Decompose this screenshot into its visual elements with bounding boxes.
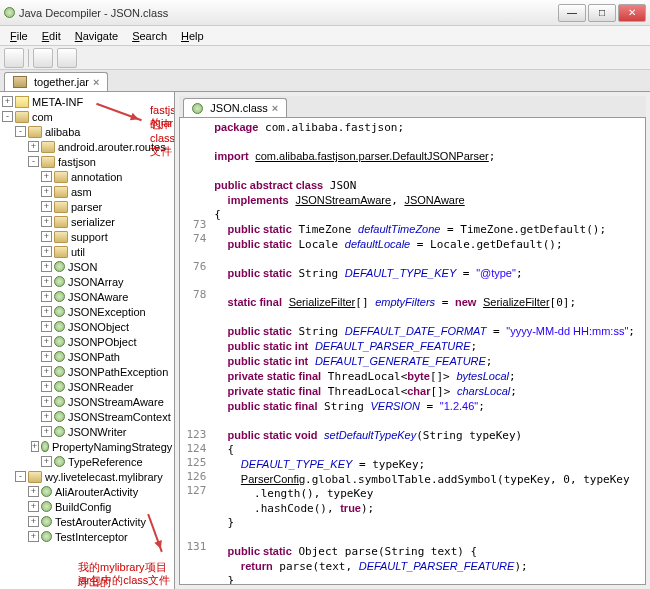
- tree-node[interactable]: +TypeReference: [2, 454, 172, 469]
- tree-node[interactable]: -wy.livetelecast.mylibrary: [2, 469, 172, 484]
- expand-icon[interactable]: +: [41, 381, 52, 392]
- toolbar-back-icon[interactable]: [33, 48, 53, 68]
- tree-node[interactable]: -alibaba: [2, 124, 172, 139]
- tree-node[interactable]: +serializer: [2, 214, 172, 229]
- tree-label: JSON: [68, 261, 97, 273]
- tree-node[interactable]: +JSONStreamAware: [2, 394, 172, 409]
- line-gutter: 73 74 76 78 123 124 125 126 127 131 139 …: [180, 118, 210, 584]
- tree-label: support: [71, 231, 108, 243]
- expand-icon[interactable]: +: [41, 456, 52, 467]
- tree-node[interactable]: +android.arouter.routes: [2, 139, 172, 154]
- class-icon: [54, 321, 65, 332]
- tree-node[interactable]: +JSONWriter: [2, 424, 172, 439]
- toolbar-forward-icon[interactable]: [57, 48, 77, 68]
- expand-icon[interactable]: +: [41, 246, 52, 257]
- menu-edit[interactable]: Edit: [36, 28, 67, 44]
- tree-label: JSONObject: [68, 321, 129, 333]
- expand-icon[interactable]: +: [41, 186, 52, 197]
- expand-icon[interactable]: +: [41, 396, 52, 407]
- expand-icon[interactable]: -: [15, 471, 26, 482]
- annotation-mylib2: jar包中的class文件: [78, 573, 170, 588]
- expand-icon[interactable]: +: [28, 486, 39, 497]
- tree-node[interactable]: +META-INF: [2, 94, 172, 109]
- class-icon: [41, 531, 52, 542]
- expand-icon[interactable]: +: [41, 306, 52, 317]
- expand-icon[interactable]: +: [28, 516, 39, 527]
- class-icon: [54, 291, 65, 302]
- tree-node[interactable]: +JSONReader: [2, 379, 172, 394]
- expand-icon[interactable]: +: [41, 411, 52, 422]
- tree-node[interactable]: +JSON: [2, 259, 172, 274]
- jar-tab[interactable]: together.jar ×: [4, 72, 108, 91]
- code-tabstrip: JSON.class ×: [179, 96, 646, 118]
- package-tree[interactable]: fastjson的jar 包中class文件 我的mylibrary项目导出的 …: [0, 92, 175, 589]
- tree-node[interactable]: +JSONAware: [2, 289, 172, 304]
- close-button[interactable]: ✕: [618, 4, 646, 22]
- tree-label: JSONArray: [68, 276, 124, 288]
- toolbar-open-icon[interactable]: [4, 48, 24, 68]
- expand-icon[interactable]: +: [41, 321, 52, 332]
- source-view[interactable]: 73 74 76 78 123 124 125 126 127 131 139 …: [179, 118, 646, 585]
- menu-file[interactable]: File: [4, 28, 34, 44]
- menubar: File Edit Navigate Search Help: [0, 26, 650, 46]
- expand-icon[interactable]: +: [41, 231, 52, 242]
- expand-icon[interactable]: +: [31, 441, 39, 452]
- expand-icon[interactable]: +: [2, 96, 13, 107]
- package-icon: [54, 171, 68, 183]
- tree-node[interactable]: +JSONArray: [2, 274, 172, 289]
- expand-icon[interactable]: +: [41, 351, 52, 362]
- tree-node[interactable]: +JSONException: [2, 304, 172, 319]
- expand-icon[interactable]: +: [41, 261, 52, 272]
- close-icon[interactable]: ×: [93, 76, 99, 88]
- menu-search[interactable]: Search: [126, 28, 173, 44]
- tree-node[interactable]: +support: [2, 229, 172, 244]
- tree-label: util: [71, 246, 85, 258]
- package-icon: [54, 201, 68, 213]
- tree-node[interactable]: +JSONObject: [2, 319, 172, 334]
- tree-label: asm: [71, 186, 92, 198]
- tree-node[interactable]: +JSONPathException: [2, 364, 172, 379]
- menu-navigate[interactable]: Navigate: [69, 28, 124, 44]
- expand-icon[interactable]: +: [41, 216, 52, 227]
- toolbar: [0, 46, 650, 70]
- tree-node[interactable]: +asm: [2, 184, 172, 199]
- expand-icon[interactable]: +: [28, 141, 39, 152]
- expand-icon[interactable]: +: [41, 291, 52, 302]
- annotation-fastjson2: 包中class文件: [150, 117, 175, 159]
- tree-node[interactable]: +annotation: [2, 169, 172, 184]
- expand-icon[interactable]: +: [41, 171, 52, 182]
- class-icon: [54, 261, 65, 272]
- expand-icon[interactable]: -: [2, 111, 13, 122]
- close-icon[interactable]: ×: [272, 102, 278, 114]
- expand-icon[interactable]: +: [41, 201, 52, 212]
- expand-icon[interactable]: +: [41, 276, 52, 287]
- tree-node[interactable]: -com: [2, 109, 172, 124]
- expand-icon[interactable]: +: [41, 366, 52, 377]
- tree-node[interactable]: +JSONStreamContext: [2, 409, 172, 424]
- expand-icon[interactable]: +: [28, 531, 39, 542]
- minimize-button[interactable]: —: [558, 4, 586, 22]
- tree-node[interactable]: +TestArouterActivity: [2, 514, 172, 529]
- tree-node[interactable]: +TestInterceptor: [2, 529, 172, 544]
- tree-node[interactable]: +BuildConfig: [2, 499, 172, 514]
- tree-node[interactable]: +PropertyNamingStrategy: [2, 439, 172, 454]
- tree-node[interactable]: -fastjson: [2, 154, 172, 169]
- code-tab[interactable]: JSON.class ×: [183, 98, 287, 117]
- tree-node[interactable]: +util: [2, 244, 172, 259]
- class-icon: [54, 366, 65, 377]
- tree-label: PropertyNamingStrategy: [52, 441, 172, 453]
- tree-node[interactable]: +JSONPath: [2, 349, 172, 364]
- tree-node[interactable]: +JSONPObject: [2, 334, 172, 349]
- expand-icon[interactable]: -: [15, 126, 26, 137]
- expand-icon[interactable]: +: [28, 501, 39, 512]
- tree-label: TypeReference: [68, 456, 143, 468]
- expand-icon[interactable]: -: [28, 156, 39, 167]
- tree-label: annotation: [71, 171, 122, 183]
- expand-icon[interactable]: +: [41, 426, 52, 437]
- tree-node[interactable]: +parser: [2, 199, 172, 214]
- maximize-button[interactable]: □: [588, 4, 616, 22]
- expand-icon[interactable]: +: [41, 336, 52, 347]
- tree-node[interactable]: +AliArouterActivity: [2, 484, 172, 499]
- class-icon: [54, 426, 65, 437]
- menu-help[interactable]: Help: [175, 28, 210, 44]
